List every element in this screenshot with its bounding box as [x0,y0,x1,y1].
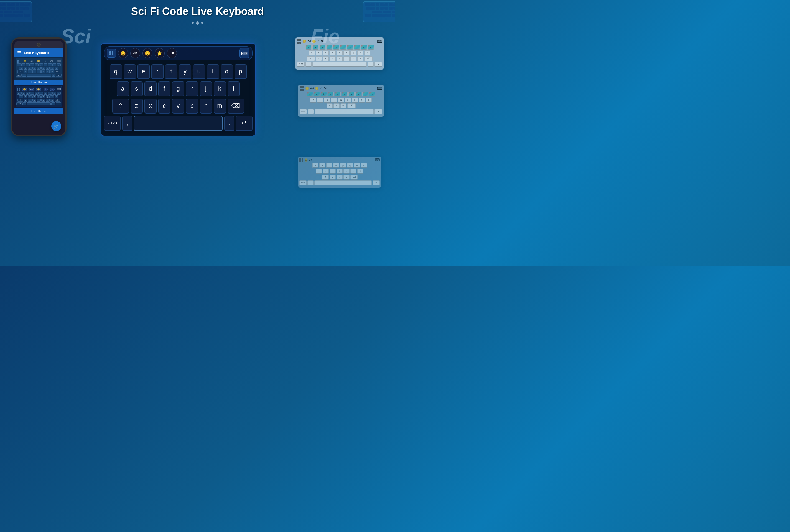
mini2-key-i[interactable]: i [48,92,52,95]
ov1-t[interactable]: t [333,44,339,50]
ov1-u[interactable]: u [347,44,353,50]
key-g[interactable]: g [172,81,184,96]
mini2-key-w[interactable]: w [21,92,25,95]
mini-key-backspace[interactable]: ⌫ [55,70,60,73]
ov1-r[interactable]: r [326,44,332,50]
mini-key-n[interactable]: n [46,70,50,73]
ov1-x[interactable]: x [323,56,329,61]
ov3-comma[interactable]: , [307,180,314,185]
ov1-n[interactable]: n [350,56,356,61]
ov1-w[interactable]: w [313,44,319,50]
ov1-l[interactable]: l [364,51,370,55]
mini2-key-s[interactable]: s [23,95,27,98]
ov1-a[interactable]: a [309,51,315,55]
ov1-k[interactable]: k [357,51,363,55]
ov3-u[interactable]: u [319,163,325,168]
ov1-o[interactable]: o [361,44,367,50]
hamburger-icon[interactable]: ☰ [17,50,21,55]
key-r[interactable]: r [151,64,164,79]
key-y[interactable]: y [179,64,191,79]
toolbar-art-button[interactable]: Art [130,48,140,58]
toolbar-gif-button[interactable]: Gif [167,48,177,58]
key-s[interactable]: s [131,81,143,96]
toolbar-emoji-button[interactable]: 😊 [118,48,128,58]
ov2-i[interactable]: i [321,92,327,97]
ov2-extra1[interactable]: q [341,92,347,97]
mini2-key-d[interactable]: d [28,95,32,98]
key-c[interactable]: c [158,99,170,114]
ov3-space[interactable] [314,180,372,185]
ov3-x[interactable]: x [337,174,343,179]
toolbar-grid-button[interactable] [107,49,116,58]
toolbar-keyboard-button[interactable]: ⌨ [240,48,249,58]
ov1-enter[interactable]: ↵ [375,62,382,67]
toolbar-star-button[interactable]: ⭐ [155,48,165,58]
mini2-key-y[interactable]: Y [39,92,43,95]
mini-key-x[interactable]: x [28,70,32,73]
mini-key-v[interactable]: v [37,70,41,73]
ov1-b[interactable]: b [343,56,350,61]
key-e[interactable]: e [137,64,150,79]
key-i[interactable]: i [207,64,219,79]
mini2-key-a[interactable]: a [19,95,23,98]
mini-key-b[interactable]: b [41,70,45,73]
mini-key-shift[interactable]: ⇧ [17,70,23,73]
key-t[interactable]: t [165,64,177,79]
mini2-key-enter[interactable]: ↵ [56,102,61,105]
ov2-m[interactable]: n [334,103,340,108]
key-q[interactable]: q [110,64,122,79]
ov3-q[interactable]: q [347,163,353,168]
ov1-s[interactable]: s [316,51,322,55]
mini-key-k[interactable]: k [50,67,54,70]
key-w[interactable]: w [124,64,136,79]
ov3-p[interactable]: p [340,163,346,168]
ov3-backspace[interactable]: ⌫ [350,174,358,179]
mini2-key-c[interactable]: c [33,99,36,102]
key-a[interactable]: a [117,81,129,96]
mini-key-i[interactable]: i [48,63,52,66]
ov3-s[interactable]: s [323,169,329,174]
mini-key-o[interactable]: o [52,63,56,66]
key-d[interactable]: d [145,81,157,96]
mini2-key-m[interactable]: m [50,99,54,102]
ov2-n[interactable]: b [326,103,333,108]
ov1-m[interactable]: m [357,56,363,61]
ov1-backspace[interactable]: ⌫ [364,56,373,61]
mini2-key-shift[interactable]: ⇧ [17,99,23,102]
ov2-k[interactable]: f [359,97,365,102]
mini2-key-k[interactable]: k [50,95,54,98]
ov1-space[interactable] [313,62,367,67]
ov2-l[interactable]: g [365,97,372,102]
ov1-z[interactable]: z [316,56,322,61]
ov3-j[interactable]: j [357,169,363,174]
mini-key-e[interactable]: e [26,63,30,66]
mini-key-comma[interactable]: , [22,74,26,77]
ov1-h[interactable]: h [343,51,350,55]
ov3-num[interactable]: ?123 [299,180,306,185]
key-num[interactable]: ? 123 [104,116,120,131]
toolbar-grin-button[interactable]: 😊 [143,48,152,58]
ov2-y[interactable]: y [307,92,313,97]
key-j[interactable]: j [200,81,212,96]
ov2-num[interactable]: ?123 [300,109,307,114]
mini2-key-g[interactable]: g [37,95,41,98]
mini-key-enter[interactable]: ↵ [56,74,61,77]
key-period[interactable]: . [224,116,234,131]
ov2-backspace[interactable]: ⌫ [347,103,356,108]
mini2-key-x[interactable]: x [28,99,32,102]
ov1-v[interactable]: v [337,56,343,61]
mini2-key-z[interactable]: z [23,99,27,102]
mini2-key-backspace[interactable]: ⌫ [55,99,60,102]
mini2-key-p[interactable]: p [57,92,61,95]
ov2-u[interactable]: u [314,92,320,97]
ov3-o[interactable]: o [333,163,339,168]
ov1-period[interactable]: . [368,62,374,67]
ov1-p[interactable]: p [368,44,374,50]
key-x[interactable]: x [145,99,157,114]
ov1-num[interactable]: ?123 [297,62,305,67]
key-z[interactable]: z [131,99,143,114]
mini2-key-u[interactable]: u [43,92,48,95]
mini2-key-j[interactable]: j [46,95,50,98]
key-comma[interactable]: , [122,116,132,131]
mini-key-f[interactable]: f [33,67,36,70]
